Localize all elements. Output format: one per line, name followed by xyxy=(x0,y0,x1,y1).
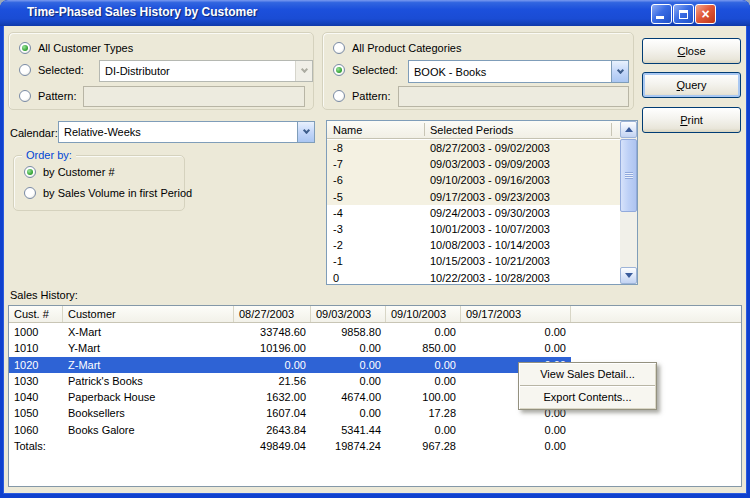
print-button[interactable]: Print xyxy=(642,107,741,133)
sales-column-header[interactable]: Cust. # xyxy=(9,306,63,322)
column-separator xyxy=(424,123,425,136)
all-product-categories-radio[interactable] xyxy=(333,42,345,54)
print-button-label: Print xyxy=(680,114,703,126)
product-combo-dropdown-button[interactable] xyxy=(611,61,628,82)
period-range: 09/24/2003 - 09/30/2003 xyxy=(424,205,550,221)
customer-name-cell: Patrick's Books xyxy=(63,373,234,389)
sales-value-cell: 2643.84 xyxy=(234,422,311,438)
context-menu-item[interactable]: Export Contents... xyxy=(519,387,656,408)
cust-number-cell: 1030 xyxy=(9,373,63,389)
period-name: -2 xyxy=(327,237,424,253)
sales-column-header[interactable]: 09/10/2003 xyxy=(386,306,461,322)
periods-list: Name Selected Periods -808/27/2003 - 09/… xyxy=(326,120,638,285)
customer-name-cell: Y-Mart xyxy=(63,340,234,356)
context-menu-item[interactable]: View Sales Detail... xyxy=(519,364,656,385)
period-row[interactable]: 010/22/2003 - 10/28/2003 xyxy=(327,270,620,285)
product-selected-radio[interactable] xyxy=(333,64,345,76)
product-pattern-row: Pattern: xyxy=(333,89,391,103)
cust-number-cell: Totals: xyxy=(9,438,63,454)
orderby-volume-radio[interactable] xyxy=(24,187,36,199)
calendar-combo-dropdown-button[interactable] xyxy=(297,122,314,142)
chevron-down-icon xyxy=(616,66,623,73)
query-button[interactable]: Query xyxy=(642,72,741,98)
period-row[interactable]: -808/27/2003 - 09/02/2003 xyxy=(327,140,620,156)
all-customer-types-row: All Customer Types xyxy=(19,41,133,55)
customer-selected-radio[interactable] xyxy=(19,64,31,76)
dialog-window: Time-Phased Sales History by Customer × … xyxy=(0,0,750,498)
radio-dot xyxy=(336,45,342,51)
query-button-label: Query xyxy=(677,79,707,91)
sales-value-cell: 0.00 xyxy=(386,373,461,389)
maximize-icon xyxy=(679,10,688,19)
sales-value-cell: 0.00 xyxy=(461,340,571,356)
sales-row[interactable]: 1030Patrick's Books21.560.000.000.00 xyxy=(9,373,571,389)
period-row[interactable]: -210/08/2003 - 10/14/2003 xyxy=(327,237,620,253)
sales-column-header[interactable]: 09/17/2003 xyxy=(461,306,571,322)
period-row[interactable]: -409/24/2003 - 09/30/2003 xyxy=(327,205,620,221)
period-row[interactable]: -609/10/2003 - 09/16/2003 xyxy=(327,172,620,188)
period-row[interactable]: -509/17/2003 - 09/23/2003 xyxy=(327,189,620,205)
scrollbar-thumb[interactable] xyxy=(620,139,637,212)
sales-value-cell: 0.00 xyxy=(311,357,386,373)
periods-rows: -808/27/2003 - 09/02/2003-709/03/2003 - … xyxy=(327,140,620,284)
calendar-combo[interactable]: Relative-Weeks xyxy=(58,121,315,143)
sales-row[interactable]: 1020Z-Mart0.000.000.000.00 xyxy=(9,357,571,373)
sales-value-cell: 100.00 xyxy=(386,389,461,405)
all-customer-types-radio[interactable] xyxy=(19,42,31,54)
radio-dot xyxy=(336,93,342,99)
product-pattern-input[interactable] xyxy=(398,86,629,107)
orderby-customer-label: by Customer # xyxy=(43,166,115,178)
all-product-categories-label: All Product Categories xyxy=(352,42,461,54)
product-selected-row: Selected: xyxy=(333,63,398,77)
sales-column-header[interactable]: Customer xyxy=(63,306,234,322)
period-name: 0 xyxy=(327,270,424,285)
periods-list-header[interactable]: Name Selected Periods xyxy=(327,121,637,139)
periods-period-column-header[interactable]: Selected Periods xyxy=(430,121,513,139)
customer-name-cell: Paperback House xyxy=(63,389,234,405)
sales-value-cell: 4674.00 xyxy=(311,389,386,405)
product-selected-label: Selected: xyxy=(352,64,398,76)
orderby-volume-row: by Sales Volume in first Period xyxy=(24,186,192,200)
period-row[interactable]: -709/03/2003 - 09/09/2003 xyxy=(327,156,620,172)
sales-column-header[interactable]: 09/03/2003 xyxy=(311,306,386,322)
minimize-button[interactable] xyxy=(651,4,672,24)
sales-value-cell: 9858.80 xyxy=(311,324,386,340)
radio-dot xyxy=(27,169,33,175)
all-product-categories-row: All Product Categories xyxy=(333,41,461,55)
order-by-group: Order by: by Customer # by Sales Volume … xyxy=(13,155,185,211)
period-row[interactable]: -110/15/2003 - 10/21/2003 xyxy=(327,253,620,269)
sales-column-header[interactable]: 08/27/2003 xyxy=(234,306,311,322)
title-bar[interactable]: Time-Phased Sales History by Customer × xyxy=(0,0,750,26)
period-name: -8 xyxy=(327,140,424,156)
close-button[interactable]: Close xyxy=(642,38,741,64)
period-range: 08/27/2003 - 09/02/2003 xyxy=(424,140,550,156)
periods-scrollbar[interactable] xyxy=(620,121,637,284)
product-category-combo[interactable]: BOOK - Books xyxy=(408,60,629,83)
scroll-down-button[interactable] xyxy=(620,267,637,284)
period-row[interactable]: -310/01/2003 - 10/07/2003 xyxy=(327,221,620,237)
arrow-up-icon xyxy=(625,127,633,132)
sales-value-cell: 0.00 xyxy=(311,405,386,421)
sales-value-cell: 0.00 xyxy=(461,438,571,454)
customer-combo-dropdown-button[interactable] xyxy=(295,61,312,81)
sales-row[interactable]: 1040Paperback House1632.004674.00100.000… xyxy=(9,389,571,405)
customer-type-combo[interactable]: DI-Distributor xyxy=(99,60,313,82)
scroll-up-button[interactable] xyxy=(620,121,637,138)
close-window-button[interactable]: × xyxy=(695,4,716,24)
arrow-down-icon xyxy=(625,273,633,278)
sales-row[interactable]: 1000X-Mart33748.609858.800.000.00 xyxy=(9,324,571,340)
chevron-down-icon xyxy=(300,66,307,73)
customer-pattern-input[interactable] xyxy=(83,86,305,107)
sales-row[interactable]: 1060Books Galore2643.845341.440.000.00 xyxy=(9,422,571,438)
period-range: 09/10/2003 - 09/16/2003 xyxy=(424,172,550,188)
period-range: 10/01/2003 - 10/07/2003 xyxy=(424,221,550,237)
maximize-button[interactable] xyxy=(673,4,694,24)
orderby-customer-radio[interactable] xyxy=(24,166,36,178)
customer-pattern-radio[interactable] xyxy=(19,90,31,102)
sales-row[interactable]: 1010Y-Mart10196.000.00850.000.00 xyxy=(9,340,571,356)
sales-row[interactable]: 1050Booksellers1607.040.0017.280.00 xyxy=(9,405,571,421)
product-pattern-radio[interactable] xyxy=(333,90,345,102)
sales-value-cell: 49849.04 xyxy=(234,438,311,454)
totals-row[interactable]: Totals:49849.0419874.24967.280.00 xyxy=(9,438,571,454)
periods-name-column-header[interactable]: Name xyxy=(333,121,362,139)
